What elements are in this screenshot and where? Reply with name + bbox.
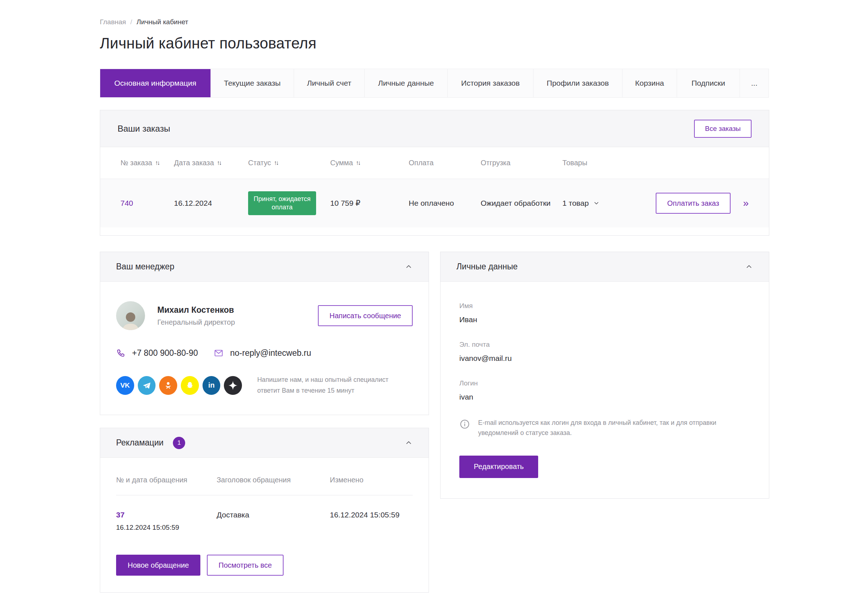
- manager-body: Михаил Костенков Генеральный директор На…: [100, 282, 429, 415]
- manager-name: Михаил Костенков: [157, 305, 235, 315]
- breadcrumb: Главная / Личный кабинет: [100, 18, 769, 26]
- personal-data-panel: Личные данные Имя Иван Эл. почта ivanov@…: [440, 252, 769, 499]
- col-status: Статус: [248, 159, 271, 167]
- manager-note: Напишите нам, и наш опытный специалист о…: [257, 375, 413, 396]
- orders-title: Ваши заказы: [118, 124, 170, 134]
- orders-table-header: № заказа↑↓ Дата заказа↑↓ Статус↑↓ Сумма↑…: [100, 147, 769, 179]
- claims-panel-header: Рекламации 1: [100, 428, 429, 458]
- collapse-icon[interactable]: [405, 263, 413, 271]
- manager-title: Ваш менеджер: [116, 262, 174, 272]
- breadcrumb-home[interactable]: Главная: [100, 18, 126, 26]
- claims-panel: Рекламации 1 № и дата обращения Заголово…: [100, 428, 429, 593]
- view-all-claims-button[interactable]: Посмотреть все: [207, 555, 283, 576]
- order-date: 16.12.2024: [174, 199, 248, 207]
- phone-icon: [116, 348, 126, 358]
- claims-col-changed: Изменено: [330, 476, 413, 484]
- order-shipment: Ожидает обработки: [480, 199, 563, 207]
- all-orders-button[interactable]: Все заказы: [694, 120, 752, 138]
- col-order-number: № заказа: [121, 159, 152, 167]
- collapse-icon[interactable]: [745, 263, 753, 271]
- tab-bar: Основная информация Текущие заказы Личны…: [100, 69, 769, 98]
- breadcrumb-separator: /: [130, 18, 132, 26]
- page-title: Личный кабинет пользователя: [100, 35, 769, 52]
- claims-body: № и дата обращения Заголовок обращения И…: [100, 458, 429, 592]
- sort-icon[interactable]: ↑↓: [217, 159, 222, 167]
- chevron-down-icon: [593, 200, 600, 206]
- manager-avatar: [116, 301, 145, 330]
- col-order-date: Дата заказа: [174, 159, 214, 167]
- orders-panel: Ваши заказы Все заказы № заказа↑↓ Дата з…: [100, 110, 769, 236]
- person-silhouette-icon: [119, 309, 142, 330]
- pay-order-button[interactable]: Оплатить заказ: [656, 193, 731, 214]
- telegram-icon[interactable]: [138, 376, 156, 395]
- manager-phone-link[interactable]: +7 800 900-80-90: [116, 348, 198, 358]
- tab-personal-account[interactable]: Личный счет: [294, 69, 364, 97]
- order-payment: Не оплачено: [409, 199, 480, 207]
- tab-current-orders[interactable]: Текущие заказы: [211, 69, 294, 97]
- col-sum: Сумма: [330, 159, 353, 167]
- claims-title: Рекламации: [116, 438, 163, 447]
- claim-date: 16.12.2024 15:05:59: [116, 523, 217, 531]
- breadcrumb-current: Личный кабинет: [137, 18, 188, 26]
- claims-count-badge: 1: [173, 437, 185, 449]
- personal-body: Имя Иван Эл. почта ivanov@mail.ru Логин …: [440, 282, 769, 498]
- snapchat-icon[interactable]: [181, 376, 199, 395]
- collapse-icon[interactable]: [405, 439, 413, 447]
- ghost-glyph: [185, 381, 195, 390]
- edit-button[interactable]: Редактировать: [459, 455, 538, 478]
- zen-icon[interactable]: [224, 376, 242, 395]
- manager-role: Генеральный директор: [157, 318, 235, 327]
- page-container: Главная / Личный кабинет Личный кабинет …: [100, 0, 769, 593]
- ok-person-glyph: [164, 381, 172, 390]
- tab-personal-data[interactable]: Личные данные: [364, 69, 448, 97]
- name-field-label: Имя: [459, 302, 750, 310]
- linkedin-label: in: [208, 381, 215, 389]
- claims-col-subject: Заголовок обращения: [217, 476, 330, 484]
- order-number-link[interactable]: 740: [121, 199, 133, 207]
- sort-icon[interactable]: ↑↓: [155, 159, 160, 167]
- manager-panel-header: Ваш менеджер: [100, 252, 429, 282]
- name-field-value: Иван: [459, 315, 750, 324]
- tab-main-info[interactable]: Основная информация: [100, 69, 211, 97]
- sort-icon[interactable]: ↑↓: [274, 159, 279, 167]
- tab-more[interactable]: ...: [740, 69, 769, 97]
- claim-number-link[interactable]: 37: [116, 511, 217, 519]
- personal-note: E-mail используется как логин для входа …: [478, 418, 746, 438]
- manager-panel: Ваш менеджер Михаил Костенков: [100, 252, 429, 415]
- order-more-chevrons[interactable]: »: [743, 198, 749, 208]
- linkedin-icon[interactable]: in: [203, 376, 221, 395]
- manager-phone: +7 800 900-80-90: [132, 348, 198, 358]
- odnoklassniki-icon[interactable]: [159, 376, 177, 395]
- info-icon: [459, 419, 470, 430]
- four-point-star-glyph: [228, 380, 238, 391]
- claim-subject: Доставка: [217, 511, 330, 531]
- write-message-button[interactable]: Написать сообщение: [318, 305, 413, 326]
- claim-row: 37 16.12.2024 15:05:59 Доставка 16.12.20…: [116, 511, 413, 531]
- order-status-badge: Принят, ожидается оплата: [248, 191, 316, 215]
- claims-col-number-date: № и дата обращения: [116, 476, 217, 484]
- email-field-value: ivanov@mail.ru: [459, 354, 750, 363]
- mail-icon: [214, 348, 223, 358]
- tab-cart[interactable]: Корзина: [622, 69, 677, 97]
- tab-subscriptions[interactable]: Подписки: [677, 69, 740, 97]
- personal-panel-header: Личные данные: [440, 252, 769, 282]
- col-shipment: Отгрузка: [480, 159, 510, 167]
- manager-email-link[interactable]: no-reply@intecweb.ru: [214, 348, 311, 358]
- paper-plane-glyph: [142, 381, 152, 390]
- order-goods-dropdown[interactable]: 1 товар: [563, 199, 631, 207]
- order-row: 740 16.12.2024 Принят, ожидается оплата …: [100, 179, 769, 228]
- login-field-value: ivan: [459, 393, 750, 401]
- vk-label: VK: [121, 381, 130, 389]
- order-sum: 10 759 ₽: [330, 199, 409, 207]
- orders-panel-header: Ваши заказы Все заказы: [100, 110, 769, 147]
- new-claim-button[interactable]: Новое обращение: [116, 555, 200, 576]
- claim-changed: 16.12.2024 15:05:59: [330, 511, 413, 531]
- login-field-label: Логин: [459, 379, 750, 387]
- email-field-label: Эл. почта: [459, 341, 750, 348]
- tab-order-profiles[interactable]: Профили заказов: [533, 69, 622, 97]
- col-goods: Товары: [563, 159, 587, 167]
- manager-email: no-reply@intecweb.ru: [230, 348, 311, 358]
- sort-icon[interactable]: ↑↓: [356, 159, 361, 167]
- vk-icon[interactable]: VK: [116, 376, 134, 395]
- tab-order-history[interactable]: История заказов: [448, 69, 533, 97]
